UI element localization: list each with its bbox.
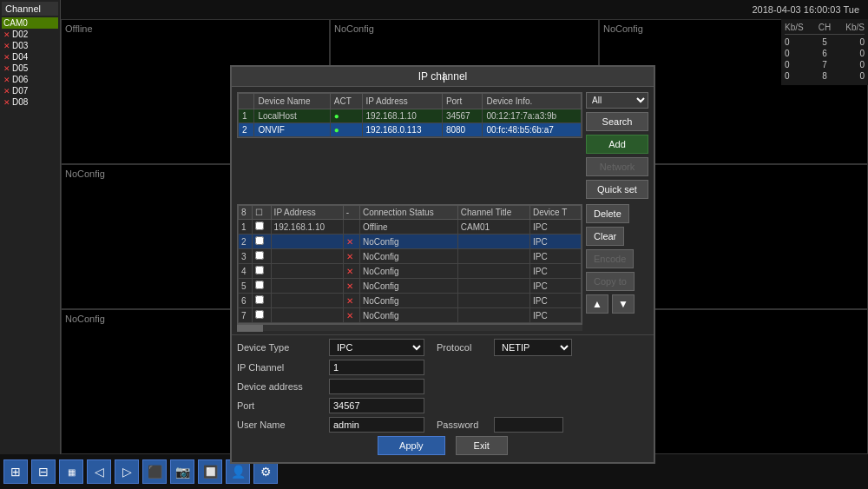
ch-check-7[interactable] bbox=[252, 308, 271, 323]
search-section: Device Name ACT IP Address Port Device I… bbox=[232, 87, 654, 204]
port-label: Port bbox=[237, 400, 324, 411]
ch-act-6: ✕ bbox=[343, 294, 359, 308]
offline-label: Offline bbox=[65, 23, 93, 34]
ch-row-7[interactable]: 7 ✕ NoConfig IPC bbox=[239, 308, 582, 323]
search-col-ip: IP Address bbox=[362, 94, 442, 109]
search-act-2: ● bbox=[330, 123, 362, 137]
search-row-2[interactable]: 2 ONVIF ● 192.168.0.113 8080 00:fc:48:b5… bbox=[239, 123, 582, 137]
horizontal-scrollbar[interactable] bbox=[237, 324, 582, 331]
noconfig-label-5: NoConfig bbox=[65, 314, 105, 324]
arrow-down-button[interactable]: ▼ bbox=[612, 294, 635, 314]
ch-row-3[interactable]: 3 ✕ NoConfig IPC bbox=[239, 249, 582, 264]
ch-type-4: IPC bbox=[530, 264, 582, 279]
exit-button[interactable]: Exit bbox=[456, 436, 508, 455]
ch-check-1[interactable] bbox=[252, 220, 271, 235]
stats-row-5: 0 5 0 bbox=[785, 36, 865, 48]
x-icon-d06: ✕ bbox=[3, 76, 10, 84]
sidebar-item-d04[interactable]: ✕ D04 bbox=[2, 51, 58, 63]
add-button[interactable]: Add bbox=[586, 135, 648, 154]
sidebar-item-d03[interactable]: ✕ D03 bbox=[2, 40, 58, 51]
bottom-icon-next[interactable]: ▷ bbox=[115, 459, 139, 484]
ch-type-2: IPC bbox=[530, 235, 582, 249]
sidebar-item-d07[interactable]: ✕ D07 bbox=[2, 85, 58, 96]
ch-status-1: Offline bbox=[359, 220, 457, 235]
ch-check-2[interactable] bbox=[252, 235, 271, 249]
arrow-up-button[interactable]: ▲ bbox=[586, 294, 608, 314]
sidebar-item-cam0[interactable]: CAM0 bbox=[2, 17, 58, 29]
ch-check-6[interactable] bbox=[252, 294, 271, 308]
password-input[interactable] bbox=[494, 417, 563, 433]
d07-label: D07 bbox=[12, 86, 28, 96]
sidebar: Channel CAM0 ✕ D02 ✕ D03 ✕ D04 ✕ D05 ✕ D… bbox=[0, 0, 61, 489]
ch-row-6[interactable]: 6 ✕ NoConfig IPC bbox=[239, 294, 582, 308]
d04-label: D04 bbox=[12, 52, 28, 62]
ch-check-4[interactable] bbox=[252, 264, 271, 279]
ip-channel-dialog: IP channel Device Name ACT IP Address Po… bbox=[230, 65, 655, 464]
bottom-icon-stop[interactable]: ⬛ bbox=[142, 459, 167, 484]
ch-check-5[interactable] bbox=[252, 279, 271, 294]
ch-title-5 bbox=[457, 279, 529, 294]
ch-row-1[interactable]: 1 192.168.1.10 Offline CAM01 IPC bbox=[239, 220, 582, 235]
stats-left-6: 0 bbox=[785, 49, 790, 58]
topbar: 2018-04-03 16:00:03 Tue bbox=[0, 0, 868, 19]
ch-act-7: ✕ bbox=[343, 308, 359, 323]
stats-left-5: 0 bbox=[785, 37, 790, 47]
sidebar-item-d02[interactable]: ✕ D02 bbox=[2, 29, 58, 40]
bottom-icon-grid16[interactable]: ▦ bbox=[59, 459, 83, 484]
ch-act-4: ✕ bbox=[343, 264, 359, 279]
action-row: Apply Exit bbox=[237, 436, 648, 455]
device-type-select[interactable]: IPC DVR NVR bbox=[329, 339, 424, 356]
stats-right-8: 0 bbox=[859, 71, 865, 81]
bottom-icon-record[interactable]: 🔲 bbox=[198, 459, 222, 484]
ch-ip-3 bbox=[271, 249, 343, 264]
sidebar-item-d08[interactable]: ✕ D08 bbox=[2, 96, 58, 108]
ip-channel-label: IP Channel bbox=[237, 362, 324, 373]
delete-button[interactable]: Delete bbox=[586, 204, 629, 223]
ch-check-3[interactable] bbox=[252, 249, 271, 264]
search-ip-1: 192.168.1.10 bbox=[362, 109, 442, 123]
ip-channel-input[interactable] bbox=[329, 360, 424, 375]
d06-label: D06 bbox=[12, 75, 28, 84]
encode-button[interactable]: Encode bbox=[586, 249, 634, 268]
channel-section: 8 ☐ IP Address - Connection Status Chann… bbox=[232, 204, 654, 334]
ch-row-4[interactable]: 4 ✕ NoConfig IPC bbox=[239, 264, 582, 279]
device-address-input[interactable] bbox=[329, 379, 424, 394]
apply-button[interactable]: Apply bbox=[378, 436, 445, 455]
ch-title-7 bbox=[457, 308, 529, 323]
stats-header: Kb/S CH Kb/S bbox=[785, 23, 865, 35]
network-button[interactable]: Network bbox=[586, 157, 648, 176]
cam0-label: CAM0 bbox=[3, 18, 28, 28]
username-label: User Name bbox=[237, 420, 324, 430]
ch-act-2: ✕ bbox=[343, 235, 359, 249]
bottom-icon-camera[interactable]: 📷 bbox=[170, 459, 194, 484]
filter-select[interactable]: All H.264 ONVIF bbox=[586, 92, 648, 109]
search-port-1: 34567 bbox=[442, 109, 483, 123]
stats-ch-8: 8 bbox=[822, 71, 827, 81]
clear-button[interactable]: Clear bbox=[586, 227, 624, 246]
sidebar-item-d05[interactable]: ✕ D05 bbox=[2, 63, 58, 74]
search-col-act: ACT bbox=[330, 94, 362, 109]
bottom-icon-grid4[interactable]: ⊞ bbox=[3, 459, 28, 484]
ch-row-2[interactable]: 2 ✕ NoConfig IPC bbox=[239, 235, 582, 249]
search-table: Device Name ACT IP Address Port Device I… bbox=[237, 92, 582, 138]
protocol-select[interactable]: NETIP ONVIF RTSP bbox=[494, 339, 572, 356]
noconfig-label-3: NoConfig bbox=[65, 169, 105, 179]
quick-set-button[interactable]: Quick set bbox=[586, 180, 648, 199]
ch-col-status: Connection Status bbox=[359, 206, 457, 220]
channel-buttons: Delete Clear Encode Copy to ▲ ▼ bbox=[586, 204, 648, 331]
device-address-row: Device address bbox=[237, 379, 648, 394]
username-input[interactable] bbox=[329, 417, 424, 433]
search-button[interactable]: Search bbox=[586, 112, 648, 131]
search-row-1[interactable]: 1 LocalHost ● 192.168.1.10 34567 00:12:1… bbox=[239, 109, 582, 123]
ch-act-1 bbox=[343, 220, 359, 235]
search-act-1: ● bbox=[330, 109, 362, 123]
ch-num-6: 6 bbox=[239, 294, 253, 308]
sidebar-item-d06[interactable]: ✕ D06 bbox=[2, 74, 58, 85]
bottom-icon-grid8[interactable]: ⊟ bbox=[31, 459, 56, 484]
copy-to-button[interactable]: Copy to bbox=[586, 272, 635, 291]
bottom-icon-prev[interactable]: ◁ bbox=[87, 459, 111, 484]
ch-status-5: NoConfig bbox=[359, 279, 457, 294]
ch-ip-1: 192.168.1.10 bbox=[271, 220, 343, 235]
ch-row-5[interactable]: 5 ✕ NoConfig IPC bbox=[239, 279, 582, 294]
port-input[interactable] bbox=[329, 398, 424, 413]
